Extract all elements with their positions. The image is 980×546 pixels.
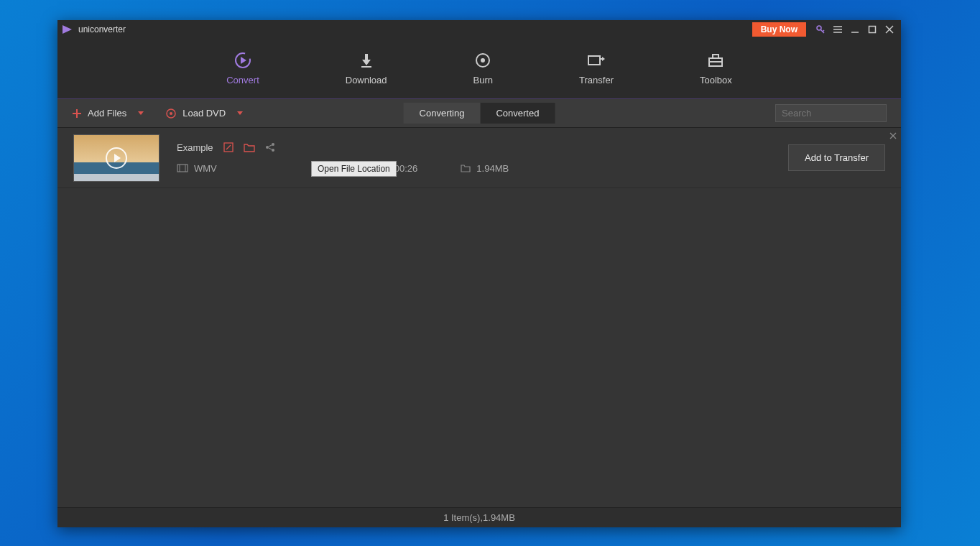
- svg-line-32: [269, 145, 272, 147]
- nav-download-label: Download: [346, 75, 387, 85]
- nav-toolbox[interactable]: Toolbox: [685, 45, 746, 93]
- thumb-info-bar: [74, 174, 159, 181]
- download-icon: [359, 52, 374, 69]
- maximize-button[interactable]: [865, 22, 879, 37]
- duration-text: 00:26: [394, 163, 418, 174]
- nav-burn[interactable]: Burn: [459, 45, 507, 93]
- transfer-icon: [587, 52, 606, 69]
- svg-point-16: [481, 58, 485, 63]
- add-files-button[interactable]: Add Files: [72, 108, 144, 119]
- nav-convert-label: Convert: [226, 75, 259, 85]
- load-dvd-label: Load DVD: [182, 108, 226, 119]
- svg-point-31: [272, 149, 274, 152]
- caret-down-icon: [138, 111, 144, 115]
- nav-transfer-label: Transfer: [579, 75, 614, 85]
- nav-download[interactable]: Download: [331, 45, 402, 93]
- file-name: Example: [177, 142, 213, 153]
- minimize-button[interactable]: [848, 22, 862, 37]
- app-logo-icon: [62, 24, 73, 34]
- svg-marker-0: [63, 25, 72, 34]
- app-title: uniconverter: [78, 24, 126, 34]
- folder-size-icon: [461, 164, 471, 172]
- svg-line-33: [269, 148, 272, 149]
- nav-burn-label: Burn: [473, 75, 493, 85]
- play-overlay-icon: [106, 147, 127, 169]
- video-thumbnail[interactable]: [73, 134, 160, 182]
- svg-rect-17: [588, 56, 600, 65]
- toolbox-icon: [707, 52, 724, 69]
- add-to-transfer-button[interactable]: Add to Transfer: [788, 144, 885, 171]
- size-text: 1.94MB: [476, 163, 509, 174]
- svg-point-30: [266, 146, 269, 149]
- tab-converted[interactable]: Converted: [480, 103, 555, 124]
- burn-icon: [474, 52, 491, 69]
- svg-marker-13: [362, 54, 371, 65]
- film-icon: [177, 164, 188, 172]
- tab-converting[interactable]: Converting: [404, 103, 481, 124]
- main-nav: Convert Download Burn Transfer Toolbox: [57, 39, 901, 99]
- row-close-icon[interactable]: [889, 132, 897, 139]
- toolbar: Add Files Load DVD Converting Converted: [57, 99, 901, 128]
- close-button[interactable]: [882, 22, 897, 37]
- svg-line-3: [823, 30, 824, 32]
- search-input[interactable]: [775, 104, 887, 122]
- svg-marker-12: [241, 57, 246, 64]
- convert-icon: [234, 52, 252, 69]
- edit-icon[interactable]: [223, 142, 234, 152]
- svg-rect-8: [869, 27, 876, 33]
- file-row: Example WMV: [57, 128, 901, 188]
- disc-icon: [165, 108, 177, 119]
- plus-icon: [72, 108, 82, 119]
- format-text: WMV: [194, 163, 217, 174]
- share-icon[interactable]: [265, 142, 275, 152]
- svg-marker-19: [602, 57, 605, 61]
- svg-rect-34: [177, 165, 188, 172]
- nav-transfer[interactable]: Transfer: [565, 45, 628, 93]
- menu-icon[interactable]: [831, 22, 845, 37]
- titlebar: uniconverter Buy Now: [57, 20, 901, 39]
- folder-icon[interactable]: [244, 143, 255, 152]
- status-tabs: Converting Converted: [404, 103, 555, 124]
- caret-down-icon: [237, 111, 243, 115]
- status-text: 1 Item(s),1.94MB: [443, 512, 515, 523]
- format-meta: WMV: [177, 163, 217, 174]
- svg-rect-21: [713, 55, 718, 58]
- add-files-label: Add Files: [88, 108, 126, 119]
- buy-now-button[interactable]: Buy Now: [752, 22, 806, 37]
- svg-point-29: [272, 143, 274, 146]
- nav-convert[interactable]: Convert: [212, 45, 274, 93]
- svg-point-26: [170, 112, 172, 115]
- key-icon[interactable]: [813, 22, 828, 37]
- load-dvd-button[interactable]: Load DVD: [165, 108, 243, 119]
- svg-line-28: [226, 145, 231, 149]
- status-bar: 1 Item(s),1.94MB: [57, 507, 901, 527]
- nav-toolbox-label: Toolbox: [700, 75, 732, 85]
- content-area: Example WMV: [57, 128, 901, 507]
- size-meta: 1.94MB: [461, 163, 509, 174]
- tooltip-open-file-location: Open File Location: [311, 161, 397, 177]
- app-window: uniconverter Buy Now Convert: [57, 20, 901, 527]
- svg-rect-14: [361, 66, 371, 68]
